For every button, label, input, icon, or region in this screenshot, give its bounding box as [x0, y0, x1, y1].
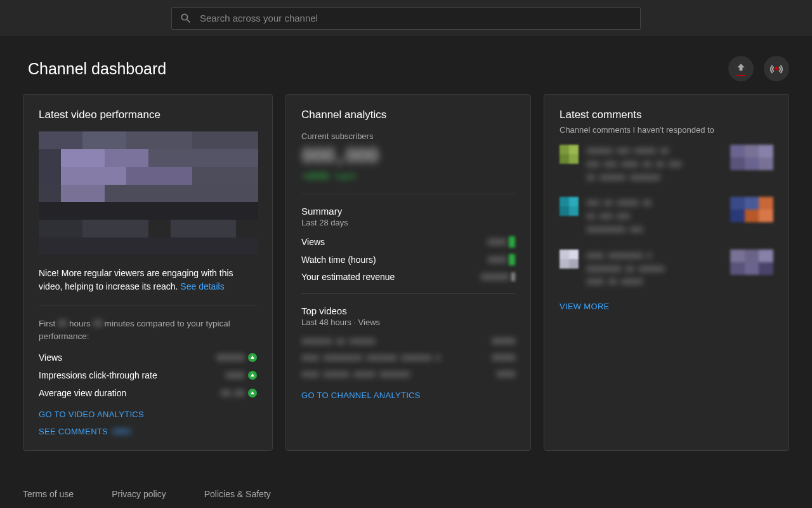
- avatar: [560, 250, 579, 269]
- top-video-row[interactable]: XXXXXXX XX XXXXXX 00000: [301, 336, 515, 346]
- ctr-value: 0000: [225, 370, 244, 380]
- go-live-button[interactable]: [764, 56, 789, 81]
- view-more-link[interactable]: VIEW MORE: [560, 302, 773, 311]
- ctr-row: Impressions click-through rate 0000: [39, 370, 257, 380]
- subs-count: 000,000: [301, 144, 515, 168]
- comments-subtitle: Channel comments I haven't responded to: [560, 125, 773, 135]
- divider: [301, 194, 515, 194]
- go-channel-analytics-link[interactable]: GO TO CHANNEL ANALYTICS: [301, 391, 515, 400]
- avd-row: Average view duration 00:00: [39, 388, 257, 398]
- page-title: Channel dashboard: [28, 60, 166, 78]
- avatar: [560, 197, 579, 216]
- top-videos-period: Last 48 hours · Views: [301, 318, 515, 327]
- views-label: Views: [39, 352, 62, 363]
- views-value: 000000: [216, 352, 244, 363]
- current-subs-label: Current subscribers: [301, 131, 515, 141]
- divider: [39, 305, 257, 305]
- top-videos-head: Top videos: [301, 305, 515, 316]
- latest-comments-card: Latest comments Channel comments I haven…: [544, 94, 789, 451]
- comparison-text: First 00 hours 00 minutes compared to yo…: [39, 317, 257, 344]
- title-row: Channel dashboard: [0, 37, 812, 94]
- performance-text: Nice! More regular viewers are engaging …: [39, 267, 257, 293]
- subs-delta: +0000 last: [301, 170, 515, 182]
- summary-views-row: Views 0000: [301, 236, 515, 248]
- summary-period: Last 28 days: [301, 218, 515, 227]
- upload-icon: [735, 62, 747, 75]
- comment-item[interactable]: XXX XX XXXXX XXXX XXX XXXXXXXXXXXX XXX: [560, 197, 773, 236]
- see-comments-link[interactable]: SEE COMMENTS (000): [39, 427, 257, 436]
- app-header: [0, 0, 812, 37]
- search-input[interactable]: [200, 13, 632, 23]
- comment-text: XXXXXX XXX XXXXX XXXXX XXX XXXX XX XX XX…: [586, 145, 723, 184]
- trend-up-icon: [248, 371, 257, 380]
- comment-video-thumb: [730, 250, 773, 275]
- comment-item[interactable]: XXXX XXXXXXXX XXXXXXXXX XX XXXXXXXXXX XX…: [560, 250, 773, 289]
- summary-watch-row: Watch time (hours) 0000: [301, 254, 515, 265]
- latest-video-card: Latest video performance Nice! More regu…: [23, 94, 273, 451]
- comment-video-thumb: [730, 197, 773, 222]
- summary-revenue-row: Your estimated revenue 000000: [301, 272, 515, 282]
- title-actions: [728, 56, 789, 81]
- avd-label: Average view duration: [39, 388, 126, 398]
- search-icon: [180, 12, 192, 25]
- comment-video-thumb: [730, 145, 773, 170]
- top-video-row[interactable]: XXXX XXXXXX XXXXX XXXXXXX 0000: [301, 369, 515, 379]
- comment-text: XXXX XXXXXXXX XXXXXXXXX XX XXXXXXXXXX XX…: [586, 250, 723, 289]
- live-icon: [770, 62, 783, 75]
- upload-button[interactable]: [728, 56, 754, 81]
- avd-value: 00:00: [221, 388, 244, 398]
- video-thumbnail[interactable]: [39, 131, 258, 255]
- top-video-row[interactable]: XXXX XXXXXXXXX XXXXXXX XXXXXXX X 00000: [301, 352, 515, 363]
- go-video-analytics-link[interactable]: GO TO VIDEO ANALYTICS: [39, 410, 257, 419]
- summary-head: Summary: [301, 206, 515, 217]
- trend-bar-icon: [511, 272, 515, 281]
- trend-bar-icon: [509, 254, 515, 265]
- cards-row: Latest video performance Nice! More regu…: [0, 94, 812, 451]
- terms-link[interactable]: Terms of use: [23, 489, 74, 499]
- views-row: Views 000000: [39, 352, 257, 363]
- avatar: [560, 145, 579, 164]
- see-details-link[interactable]: See details: [180, 281, 224, 291]
- trend-up-icon: [248, 353, 257, 362]
- privacy-link[interactable]: Privacy policy: [112, 489, 166, 499]
- analytics-card-title: Channel analytics: [301, 109, 515, 121]
- comment-item[interactable]: XXXXXX XXX XXXXX XXXXX XXX XXXX XX XX XX…: [560, 145, 773, 184]
- comments-card-title: Latest comments: [560, 109, 773, 121]
- latest-card-title: Latest video performance: [39, 109, 257, 121]
- ctr-label: Impressions click-through rate: [39, 370, 157, 380]
- trend-up-icon: [248, 389, 257, 398]
- divider: [301, 293, 515, 294]
- policies-link[interactable]: Policies & Safety: [204, 489, 271, 499]
- comment-text: XXX XX XXXXX XXXX XXX XXXXXXXXXXXX XXX: [586, 197, 723, 236]
- trend-bar-icon: [509, 236, 515, 248]
- search-box[interactable]: [171, 7, 641, 30]
- channel-analytics-card: Channel analytics Current subscribers 00…: [285, 94, 531, 451]
- footer: Terms of use Privacy policy Policies & S…: [23, 489, 271, 499]
